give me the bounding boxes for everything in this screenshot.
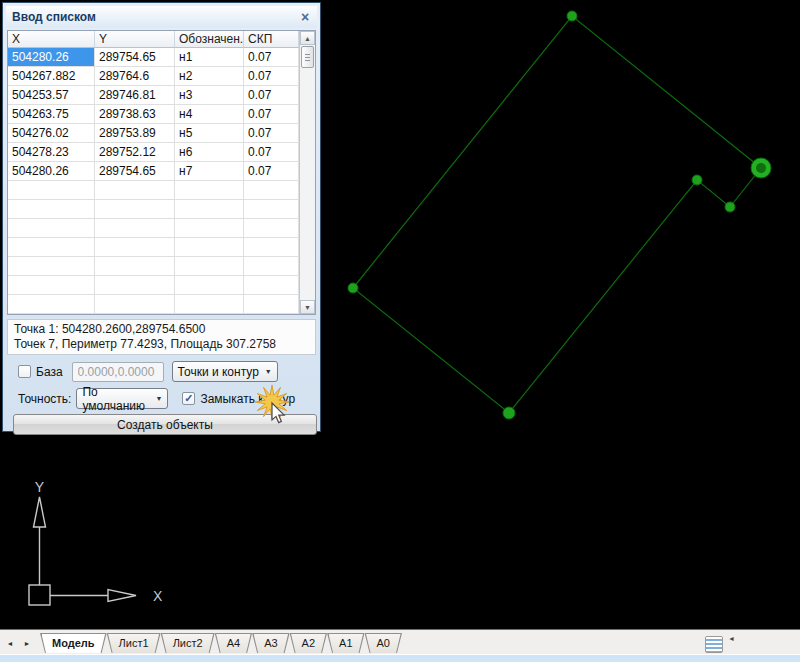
cell-y[interactable]: 289746.81 (95, 86, 175, 105)
cell-name[interactable] (175, 257, 244, 276)
precision-combobox[interactable]: По умолчанию ▼ (76, 388, 168, 409)
column-header-x[interactable]: X (8, 31, 95, 48)
vertex-point (725, 202, 735, 212)
cell-skp[interactable] (244, 276, 299, 295)
cell-y[interactable]: 289753.89 (95, 124, 175, 143)
cell-y[interactable] (95, 295, 175, 314)
cell-skp[interactable]: 0.07 (244, 48, 299, 67)
cell-name[interactable]: н6 (175, 143, 244, 162)
cell-x[interactable] (8, 257, 95, 276)
cell-x[interactable]: 504253.57 (8, 86, 95, 105)
column-header-name[interactable]: Обозначен... (175, 31, 244, 48)
cell-x[interactable]: 504280.26 (8, 162, 95, 181)
cell-x[interactable] (8, 238, 95, 257)
precision-label: Точность: (18, 392, 71, 406)
scroll-up-icon[interactable]: ▲ (300, 31, 315, 45)
scroll-left-arrow-icon[interactable]: ◄ (728, 635, 735, 642)
tab-scroll-right-icon[interactable]: ► (20, 635, 34, 651)
sheet-tab-a1[interactable]: A1 (327, 633, 364, 653)
cell-name[interactable]: н5 (175, 124, 244, 143)
table-header-row: X Y Обозначен... СКП (8, 31, 299, 48)
cell-x[interactable] (8, 200, 95, 219)
cell-skp[interactable]: 0.07 (244, 67, 299, 86)
scrollbar-track[interactable] (300, 69, 315, 300)
summary-line-stats: Точек 7, Периметр 77.4293, Площадь 307.2… (14, 337, 309, 352)
mode-combobox[interactable]: Точки и контур ▼ (172, 361, 278, 382)
cell-x[interactable]: 504278.23 (8, 143, 95, 162)
cell-name[interactable]: н1 (175, 48, 244, 67)
cell-skp[interactable] (244, 181, 299, 200)
cell-name[interactable]: н3 (175, 86, 244, 105)
sheet-tab-list1[interactable]: Лист1 (107, 633, 161, 653)
base-coordinates-input[interactable] (72, 362, 164, 382)
cell-y[interactable] (95, 257, 175, 276)
ucs-x-label: X (153, 588, 163, 604)
sheet-tab-a3[interactable]: A3 (252, 633, 289, 653)
cell-name[interactable]: н7 (175, 162, 244, 181)
cell-skp[interactable] (244, 219, 299, 238)
cell-skp[interactable]: 0.07 (244, 143, 299, 162)
cell-skp[interactable]: 0.07 (244, 86, 299, 105)
cell-skp[interactable] (244, 257, 299, 276)
create-objects-button[interactable]: Создать объекты (13, 414, 317, 435)
cell-y[interactable]: 289764.6 (95, 67, 175, 86)
cell-y[interactable] (95, 238, 175, 257)
base-row: База Точки и контур ▼ (18, 361, 313, 382)
cell-name[interactable] (175, 295, 244, 314)
cell-name[interactable]: н4 (175, 105, 244, 124)
table-row: 504263.75289738.63н40.07 (8, 105, 299, 124)
cell-name[interactable] (175, 219, 244, 238)
cell-name[interactable]: н2 (175, 67, 244, 86)
column-header-y[interactable]: Y (95, 31, 175, 48)
hscrollbar-thumb[interactable] (705, 636, 723, 653)
sheet-tab-a2[interactable]: A2 (290, 633, 327, 653)
summary-line-point: Точка 1: 504280.2600,289754.6500 (14, 322, 309, 337)
scrollbar-thumb[interactable] (301, 46, 314, 68)
sheet-tab-a0[interactable]: A0 (365, 633, 402, 653)
cell-x[interactable] (8, 181, 95, 200)
table-scrollbar[interactable]: ▲ ▼ (299, 31, 315, 314)
cell-skp[interactable]: 0.07 (244, 162, 299, 181)
cell-x[interactable] (8, 295, 95, 314)
cell-y[interactable]: 289738.63 (95, 105, 175, 124)
cell-x[interactable] (8, 219, 95, 238)
cell-name[interactable] (175, 238, 244, 257)
vertex-point (348, 283, 358, 293)
cell-x[interactable]: 504276.02 (8, 124, 95, 143)
cell-y[interactable] (95, 200, 175, 219)
cell-y[interactable] (95, 276, 175, 295)
cell-skp[interactable]: 0.07 (244, 105, 299, 124)
sheet-tab-label: A1 (339, 637, 352, 649)
close-contour-label[interactable]: Замыкать контур (200, 392, 295, 406)
cell-y[interactable]: 289752.12 (95, 143, 175, 162)
sheet-tab-a4[interactable]: A4 (215, 633, 252, 653)
base-label[interactable]: База (36, 365, 63, 379)
cell-y[interactable]: 289754.65 (95, 48, 175, 67)
scroll-down-icon[interactable]: ▼ (300, 300, 315, 314)
cell-y[interactable] (95, 219, 175, 238)
cell-skp[interactable] (244, 238, 299, 257)
sheet-tab-list2[interactable]: Лист2 (161, 633, 215, 653)
cell-name[interactable] (175, 200, 244, 219)
cell-skp[interactable] (244, 295, 299, 314)
dialog-titlebar[interactable]: Ввод списком × (6, 6, 317, 28)
column-header-skp[interactable]: СКП (244, 31, 299, 48)
vertex-point-main-core (756, 163, 766, 173)
tab-scroll-left-icon[interactable]: ◄ (3, 635, 17, 651)
cell-x[interactable]: 504280.26 (8, 48, 95, 67)
cell-x[interactable]: 504267.882 (8, 67, 95, 86)
base-checkbox[interactable] (18, 365, 31, 378)
table-row-empty (8, 257, 299, 276)
cell-name[interactable] (175, 181, 244, 200)
close-icon[interactable]: × (297, 10, 313, 24)
cell-name[interactable] (175, 276, 244, 295)
cell-y[interactable] (95, 181, 175, 200)
cell-skp[interactable] (244, 200, 299, 219)
close-contour-checkbox[interactable]: ✓ (182, 392, 195, 405)
cell-x[interactable] (8, 276, 95, 295)
cell-x[interactable]: 504263.75 (8, 105, 95, 124)
sheet-tab-label: Лист1 (119, 637, 149, 649)
cell-skp[interactable]: 0.07 (244, 124, 299, 143)
sheet-tab-model[interactable]: Модель (40, 633, 107, 653)
cell-y[interactable]: 289754.65 (95, 162, 175, 181)
